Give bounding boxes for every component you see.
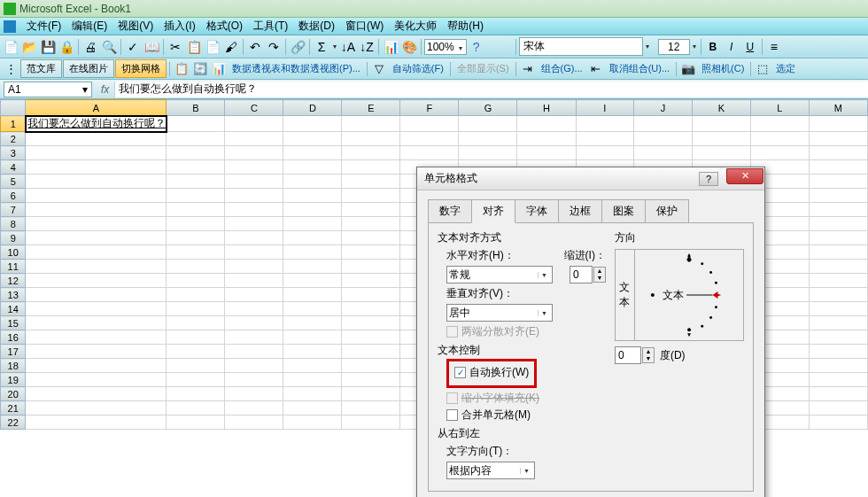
cell-D20[interactable] bbox=[283, 387, 342, 401]
row-header-11[interactable]: 11 bbox=[1, 260, 26, 274]
indent-spinner[interactable]: ▲▼ bbox=[593, 267, 606, 283]
fx-label[interactable]: fx bbox=[96, 83, 114, 96]
cell-B10[interactable] bbox=[167, 245, 225, 260]
cell-D17[interactable] bbox=[283, 345, 342, 359]
row-header-1[interactable]: 1 bbox=[1, 116, 26, 132]
cell-E2[interactable] bbox=[342, 132, 400, 146]
indent-input[interactable] bbox=[570, 266, 593, 283]
cell-B3[interactable] bbox=[167, 146, 225, 160]
cell-D7[interactable] bbox=[283, 203, 342, 217]
cell-A9[interactable] bbox=[26, 231, 167, 245]
new-icon[interactable]: 📄 bbox=[2, 38, 19, 56]
cell-E15[interactable] bbox=[342, 316, 400, 330]
open-icon[interactable]: 📂 bbox=[20, 38, 38, 56]
cell-B9[interactable] bbox=[167, 231, 225, 245]
chart-icon[interactable]: 📊 bbox=[382, 38, 399, 56]
cell-C19[interactable] bbox=[225, 373, 283, 387]
cell-F2[interactable] bbox=[400, 132, 459, 146]
cell-E6[interactable] bbox=[342, 189, 400, 203]
cell-H1[interactable] bbox=[517, 116, 576, 132]
zoom-input[interactable]: 100% ▾ bbox=[424, 39, 467, 55]
column-header-G[interactable]: G bbox=[459, 100, 517, 116]
cell-E7[interactable] bbox=[342, 203, 400, 217]
cell-D10[interactable] bbox=[283, 245, 342, 260]
menu-format[interactable]: 格式(O) bbox=[201, 19, 248, 34]
filter-icon[interactable]: ▽ bbox=[370, 60, 388, 78]
cell-K2[interactable] bbox=[692, 132, 750, 146]
cell-A18[interactable] bbox=[26, 359, 167, 373]
row-header-4[interactable]: 4 bbox=[1, 160, 26, 175]
cell-B17[interactable] bbox=[167, 345, 225, 359]
cell-C9[interactable] bbox=[225, 231, 283, 245]
cell-M6[interactable] bbox=[809, 189, 867, 203]
cell-M7[interactable] bbox=[809, 203, 867, 217]
cell-A7[interactable] bbox=[26, 203, 167, 217]
cell-F1[interactable] bbox=[400, 116, 459, 132]
row-header-8[interactable]: 8 bbox=[1, 217, 26, 231]
italic-button[interactable]: I bbox=[723, 38, 740, 56]
cell-J2[interactable] bbox=[634, 132, 693, 146]
cell-A8[interactable] bbox=[26, 217, 167, 231]
cell-D9[interactable] bbox=[283, 231, 342, 245]
cell-A14[interactable] bbox=[26, 302, 167, 316]
cell-A10[interactable] bbox=[26, 245, 167, 260]
cell-J3[interactable] bbox=[634, 146, 693, 160]
tab-number[interactable]: 数字 bbox=[428, 199, 472, 223]
cell-E13[interactable] bbox=[342, 288, 400, 302]
tab-pattern[interactable]: 图案 bbox=[601, 199, 646, 223]
cell-D13[interactable] bbox=[283, 288, 342, 302]
cell-I3[interactable] bbox=[576, 146, 634, 160]
camera-icon[interactable]: 📷 bbox=[679, 60, 697, 78]
cell-M13[interactable] bbox=[809, 288, 867, 302]
cell-E8[interactable] bbox=[342, 217, 400, 231]
cell-C1[interactable] bbox=[225, 116, 283, 132]
format-painter-icon[interactable]: 🖌 bbox=[222, 38, 240, 56]
cell-C11[interactable] bbox=[225, 260, 283, 274]
cell-L3[interactable] bbox=[750, 146, 809, 160]
paste-icon[interactable]: 📄 bbox=[204, 38, 221, 56]
cell-C12[interactable] bbox=[225, 274, 283, 288]
cell-D21[interactable] bbox=[283, 401, 342, 415]
cell-C5[interactable] bbox=[225, 175, 283, 189]
column-header-B[interactable]: B bbox=[167, 100, 225, 116]
autosum-icon[interactable]: Σ bbox=[313, 38, 330, 56]
cell-E5[interactable] bbox=[342, 175, 400, 189]
cell-M18[interactable] bbox=[809, 359, 867, 373]
cell-D6[interactable] bbox=[283, 189, 342, 203]
auto-filter-link[interactable]: 自动筛选(F) bbox=[389, 62, 447, 75]
cell-D11[interactable] bbox=[283, 260, 342, 274]
cell-G3[interactable] bbox=[459, 146, 517, 160]
cell-D2[interactable] bbox=[283, 132, 342, 146]
cell-C10[interactable] bbox=[225, 245, 283, 260]
cell-E11[interactable] bbox=[342, 260, 400, 274]
row-header-20[interactable]: 20 bbox=[1, 387, 26, 401]
font-size-input[interactable]: 12 bbox=[658, 39, 690, 55]
tab-border[interactable]: 边框 bbox=[558, 199, 602, 223]
cell-B13[interactable] bbox=[167, 288, 225, 302]
cell-C21[interactable] bbox=[225, 401, 283, 415]
cell-B4[interactable] bbox=[167, 160, 225, 175]
dialog-help-button[interactable]: ? bbox=[699, 172, 718, 186]
cell-D1[interactable] bbox=[283, 116, 342, 132]
drawing-icon[interactable]: 🎨 bbox=[400, 38, 418, 56]
cell-E3[interactable] bbox=[342, 146, 400, 160]
cell-C22[interactable] bbox=[225, 415, 283, 430]
cell-D16[interactable] bbox=[283, 330, 342, 345]
cell-M1[interactable] bbox=[809, 116, 867, 132]
column-header-H[interactable]: H bbox=[517, 100, 576, 116]
menu-beautify[interactable]: 美化大师 bbox=[389, 19, 442, 34]
cell-D3[interactable] bbox=[283, 146, 342, 160]
row-header-5[interactable]: 5 bbox=[1, 175, 26, 189]
cell-B19[interactable] bbox=[167, 373, 225, 387]
column-header-F[interactable]: F bbox=[400, 100, 459, 116]
cell-A1[interactable]: 我们要怎么做到自动换行呢？ bbox=[26, 116, 167, 132]
ungroup-link[interactable]: 取消组合(U)... bbox=[606, 62, 673, 75]
column-header-M[interactable]: M bbox=[809, 100, 867, 116]
cell-E4[interactable] bbox=[342, 160, 400, 175]
row-header-14[interactable]: 14 bbox=[1, 302, 26, 316]
cell-L1[interactable] bbox=[750, 116, 809, 132]
cell-C8[interactable] bbox=[225, 217, 283, 231]
redo-icon[interactable]: ↷ bbox=[265, 38, 283, 56]
cell-A11[interactable] bbox=[26, 260, 167, 274]
cell-E16[interactable] bbox=[342, 330, 400, 345]
